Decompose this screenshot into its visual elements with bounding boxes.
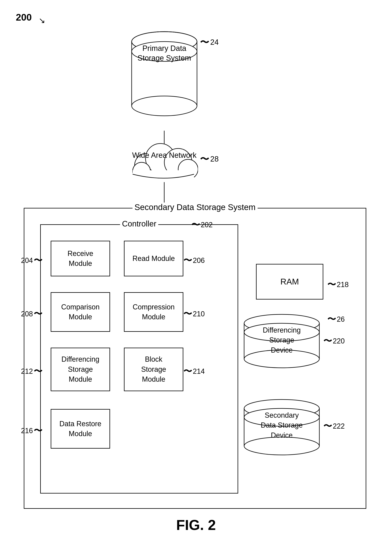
differencing-module-ref: 212 〜 [21,365,42,377]
block-storage-module-ref: 〜 214 [183,365,205,377]
data-restore-module-box: Data RestoreModule [51,409,110,449]
controller-label: Controller [120,219,158,228]
primary-storage-ref: 〜 24 [200,38,218,47]
wan-label: Wide Area Network [131,150,198,160]
differencing-device-label: DifferencingStorageDevice [242,325,321,355]
receive-module-ref: 204 〜 [21,254,42,266]
comparison-module-box: ComparisonModule [51,292,110,332]
secondary-system-label: Secondary Data Storage System [132,203,258,212]
secondary-system-box: Secondary Data Storage System Controller… [24,208,366,509]
controller-ref: 〜 202 [191,219,213,231]
differencing-module-box: DifferencingStorageModule [51,348,110,391]
compression-module-ref: 〜 210 [183,308,205,320]
wan-ref: 〜 28 [200,155,218,163]
block-storage-module-box: BlockStorageModule [124,348,183,391]
comparison-module-ref: 208 〜 [21,308,42,320]
secondary-system-ref: 〜 26 [327,313,345,325]
receive-module-box: ReceiveModule [51,241,110,276]
secondary-device-ref: 〜 222 [323,420,345,432]
read-module-ref: 〜 206 [183,254,205,266]
read-module-box: Read Module [124,241,183,276]
secondary-device-label: SecondaryData StorageDevice [242,410,321,440]
primary-storage-label: Primary Data Storage System [131,43,198,63]
controller-box: Controller 〜 202 ReceiveModule 204 〜 Rea… [40,224,238,494]
arrow-icon: ↘ [39,16,45,25]
ram-ref: 〜 218 [327,279,349,291]
figure-number: 200 [16,12,32,23]
diagram-container: 200 ↘ Primary Data Storage System 〜 24 [0,0,392,545]
fig-label: FIG. 2 [176,517,216,533]
ram-box: RAM [256,264,323,299]
data-restore-module-ref: 216 〜 [21,425,42,437]
svg-point-3 [132,96,197,116]
compression-module-box: CompressionModule [124,292,183,332]
differencing-device-ref: 〜 220 [323,335,345,347]
